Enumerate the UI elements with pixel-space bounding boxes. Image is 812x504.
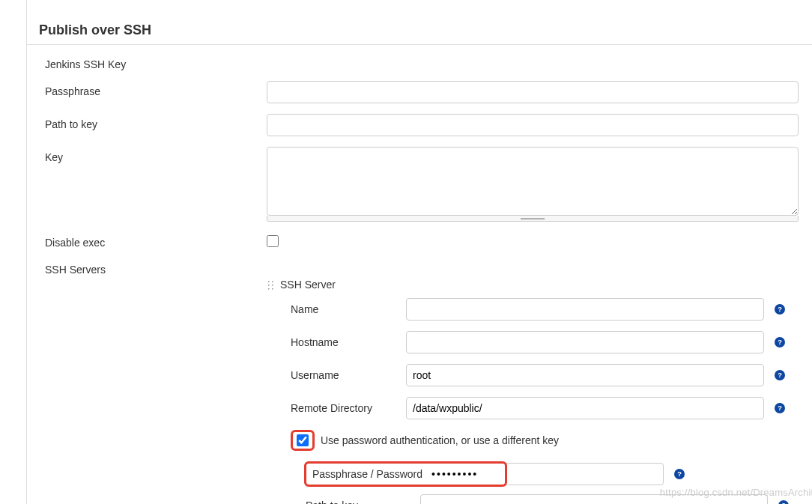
- server-remote-dir-row: Remote Directory ?: [267, 397, 812, 419]
- key-textarea[interactable]: [267, 147, 799, 216]
- passphrase-password-input[interactable]: [431, 468, 500, 480]
- highlight-box: Passphrase / Password: [304, 461, 507, 487]
- ssh-servers-label: SSH Servers: [45, 259, 267, 276]
- svg-text:?: ?: [778, 338, 782, 346]
- help-icon[interactable]: ?: [775, 370, 785, 380]
- drag-handle-icon[interactable]: [267, 279, 274, 290]
- server-name-input[interactable]: [406, 298, 764, 321]
- server-hostname-row: Hostname ?: [267, 331, 812, 353]
- server-hostname-input[interactable]: [406, 331, 764, 353]
- section-title: Publish over SSH: [27, 0, 812, 45]
- textarea-resize-grip[interactable]: [267, 216, 799, 222]
- ssh-server-block: SSH Server Name ? Hostname ? Username ? …: [267, 279, 812, 504]
- server-username-row: Username ?: [267, 364, 812, 386]
- help-icon[interactable]: ?: [674, 469, 685, 479]
- use-password-row: Use password authentication, or use a di…: [267, 430, 812, 451]
- ssh-servers-row: SSH Servers: [27, 259, 812, 276]
- use-password-label: Use password authentication, or use a di…: [321, 434, 559, 446]
- ssh-server-header: SSH Server: [267, 279, 812, 291]
- server-username-label: Username: [291, 369, 406, 381]
- disable-exec-checkbox[interactable]: [267, 235, 279, 247]
- path-to-key-row: Path to key ?: [27, 114, 812, 136]
- jenkins-ssh-key-label: Jenkins SSH Key: [45, 54, 267, 70]
- path-to-key-input[interactable]: [267, 114, 799, 136]
- svg-text:?: ?: [677, 470, 682, 478]
- jenkins-ssh-key-row: Jenkins SSH Key ?: [27, 54, 812, 70]
- disable-exec-row: Disable exec ?: [27, 232, 812, 249]
- key-label: Key: [45, 147, 267, 163]
- server-remote-dir-input[interactable]: [406, 397, 764, 419]
- passphrase-password-row: Passphrase / Password ?: [267, 463, 812, 485]
- ssh-server-header-label: SSH Server: [280, 279, 336, 291]
- use-password-checkbox[interactable]: [297, 434, 309, 446]
- svg-text:?: ?: [778, 306, 782, 313]
- key-row: Key: [27, 147, 812, 222]
- passphrase-password-label: Passphrase / Password: [308, 465, 427, 483]
- passphrase-label: Passphrase: [45, 81, 267, 97]
- help-icon[interactable]: ?: [775, 304, 785, 315]
- server-name-row: Name ?: [267, 298, 812, 321]
- svg-text:?: ?: [778, 371, 782, 379]
- watermark-text: https://blog.csdn.net/DreamsArchitects: [660, 487, 812, 498]
- server-hostname-label: Hostname: [291, 336, 406, 348]
- server-name-label: Name: [291, 303, 406, 315]
- passphrase-input[interactable]: [267, 81, 799, 103]
- server-username-input[interactable]: [406, 364, 764, 386]
- highlight-box: [291, 430, 315, 451]
- help-icon[interactable]: ?: [775, 403, 785, 413]
- help-icon[interactable]: ?: [778, 500, 789, 504]
- help-icon[interactable]: ?: [775, 337, 785, 347]
- passphrase-row: Passphrase ?: [27, 81, 812, 103]
- path-to-key-label: Path to key: [45, 114, 267, 130]
- server-path-to-key-label: Path to key: [306, 500, 420, 504]
- svg-text:?: ?: [778, 404, 782, 412]
- server-remote-dir-label: Remote Directory: [291, 402, 406, 414]
- disable-exec-label: Disable exec: [45, 232, 267, 249]
